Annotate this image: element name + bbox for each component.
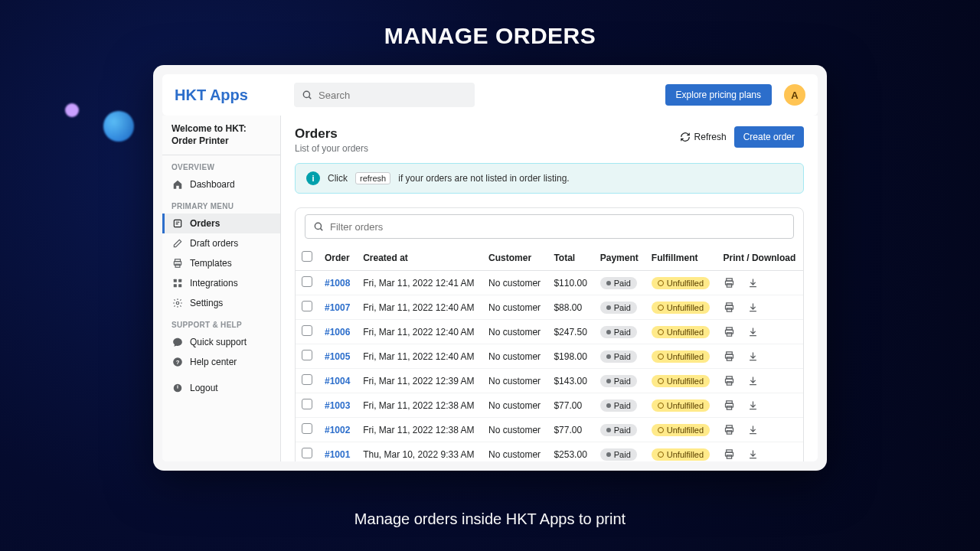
row-checkbox[interactable] — [302, 399, 312, 409]
orders-card: Order Created at Customer Total Payment … — [295, 207, 804, 461]
payment-badge: Paid — [600, 277, 637, 289]
svg-rect-7 — [178, 279, 181, 282]
table-row: #1003Fri, Mar 11, 2022 12:38 AMNo custom… — [296, 393, 803, 418]
fulfillment-badge: Unfulfilled — [652, 424, 710, 436]
order-link[interactable]: #1006 — [325, 327, 350, 337]
cell-created: Fri, Mar 11, 2022 12:38 AM — [357, 393, 482, 418]
fulfillment-badge: Unfulfilled — [652, 448, 710, 461]
print-icon[interactable] — [724, 448, 735, 460]
sidebar-item-help-center[interactable]: ? Help center — [162, 352, 280, 372]
col-print-download: Print / Download — [717, 245, 803, 271]
sidebar-item-dashboard[interactable]: Dashboard — [162, 174, 280, 194]
cell-total: $110.00 — [547, 271, 593, 295]
order-link[interactable]: #1004 — [325, 376, 350, 386]
sidebar-item-orders[interactable]: Orders — [162, 214, 280, 233]
row-checkbox[interactable] — [302, 350, 312, 360]
sidebar-item-templates[interactable]: Templates — [162, 253, 280, 273]
svg-line-1 — [309, 97, 312, 99]
cell-created: Fri, Mar 11, 2022 12:40 AM — [357, 320, 482, 344]
sidebar-group-primary: PRIMARY MENU — [162, 194, 280, 214]
orders-icon — [172, 217, 184, 230]
col-created: Created at — [357, 245, 482, 271]
search-icon — [302, 90, 312, 100]
sidebar-item-integrations[interactable]: Integrations — [162, 273, 280, 293]
download-icon[interactable] — [747, 277, 759, 289]
payment-badge: Paid — [600, 448, 637, 461]
table-row: #1008Fri, Mar 11, 2022 12:41 AMNo custom… — [296, 271, 803, 295]
download-icon[interactable] — [747, 424, 759, 435]
order-link[interactable]: #1002 — [325, 425, 350, 435]
print-icon[interactable] — [724, 375, 735, 386]
row-checkbox[interactable] — [302, 325, 312, 336]
print-icon[interactable] — [724, 302, 735, 313]
sidebar-item-draft-orders[interactable]: Draft orders — [162, 233, 280, 253]
sidebar-item-quick-support[interactable]: Quick support — [162, 332, 280, 352]
create-order-button[interactable]: Create order — [734, 126, 804, 148]
sidebar-item-logout[interactable]: Logout — [162, 378, 280, 398]
table-row: #1005Fri, Mar 11, 2022 12:40 AMNo custom… — [296, 344, 803, 369]
download-icon[interactable] — [747, 399, 759, 411]
row-checkbox[interactable] — [302, 423, 312, 434]
bg-planet-small — [65, 103, 79, 117]
sidebar-item-label: Draft orders — [190, 238, 238, 249]
download-icon[interactable] — [747, 350, 759, 362]
payment-badge: Paid — [600, 399, 637, 412]
payment-badge: Paid — [600, 424, 637, 436]
order-link[interactable]: #1008 — [325, 278, 350, 289]
cell-customer: No customer — [482, 271, 547, 295]
order-link[interactable]: #1005 — [325, 351, 350, 362]
svg-point-10 — [176, 302, 179, 305]
sidebar-item-settings[interactable]: Settings — [162, 293, 280, 313]
cell-created: Fri, Mar 11, 2022 12:40 AM — [357, 344, 482, 369]
avatar[interactable]: A — [784, 84, 805, 106]
print-icon[interactable] — [724, 424, 735, 435]
order-link[interactable]: #1003 — [325, 400, 350, 411]
cell-customer: No customer — [482, 295, 547, 320]
search-field[interactable] — [294, 83, 475, 107]
cell-customer: No customer — [482, 442, 547, 462]
search-icon — [313, 221, 324, 232]
col-total: Total — [547, 245, 593, 271]
cell-total: $77.00 — [547, 393, 593, 418]
draft-icon — [172, 237, 184, 249]
banner-refresh-chip[interactable]: refresh — [355, 172, 390, 184]
select-all-checkbox[interactable] — [302, 251, 312, 262]
filter-input[interactable] — [330, 221, 786, 233]
hero-subtitle: Manage orders inside HKT Apps to print — [0, 510, 980, 528]
svg-point-15 — [315, 223, 321, 229]
fulfillment-badge: Unfulfilled — [652, 399, 710, 412]
row-checkbox[interactable] — [302, 301, 312, 311]
print-icon[interactable] — [724, 277, 735, 289]
order-link[interactable]: #1007 — [325, 302, 350, 313]
row-checkbox[interactable] — [302, 448, 312, 458]
sidebar-group-overview: OVERVIEW — [162, 155, 280, 174]
download-icon[interactable] — [747, 302, 759, 313]
refresh-button[interactable]: Refresh — [680, 132, 727, 142]
download-icon[interactable] — [747, 448, 759, 460]
svg-text:?: ? — [176, 359, 180, 366]
print-icon[interactable] — [724, 350, 735, 362]
download-icon[interactable] — [747, 375, 759, 386]
explore-pricing-button[interactable]: Explore pricing plans — [665, 84, 772, 106]
row-checkbox[interactable] — [302, 374, 312, 385]
download-icon[interactable] — [747, 326, 759, 337]
sidebar-item-label: Dashboard — [190, 179, 235, 190]
sidebar-welcome: Welcome to HKT: Order Printer — [162, 116, 280, 155]
logout-icon — [172, 382, 184, 394]
print-icon[interactable] — [724, 399, 735, 411]
chat-icon — [172, 336, 184, 348]
fulfillment-badge: Unfulfilled — [652, 375, 710, 387]
info-banner: i Click refresh if your orders are not l… — [295, 163, 804, 194]
order-link[interactable]: #1001 — [325, 449, 350, 460]
sidebar-item-label: Orders — [190, 218, 220, 229]
filter-field[interactable] — [305, 214, 794, 239]
table-row: #1007Fri, Mar 11, 2022 12:40 AMNo custom… — [296, 295, 803, 320]
cell-created: Fri, Mar 11, 2022 12:41 AM — [357, 271, 482, 295]
home-icon — [172, 178, 184, 191]
cell-total: $253.00 — [547, 442, 593, 462]
row-checkbox[interactable] — [302, 276, 312, 287]
cell-created: Fri, Mar 11, 2022 12:38 AM — [357, 418, 482, 442]
app-window: HKT Apps Explore pricing plans A Welcome… — [153, 65, 827, 471]
search-input[interactable] — [318, 90, 467, 101]
print-icon[interactable] — [724, 326, 735, 337]
